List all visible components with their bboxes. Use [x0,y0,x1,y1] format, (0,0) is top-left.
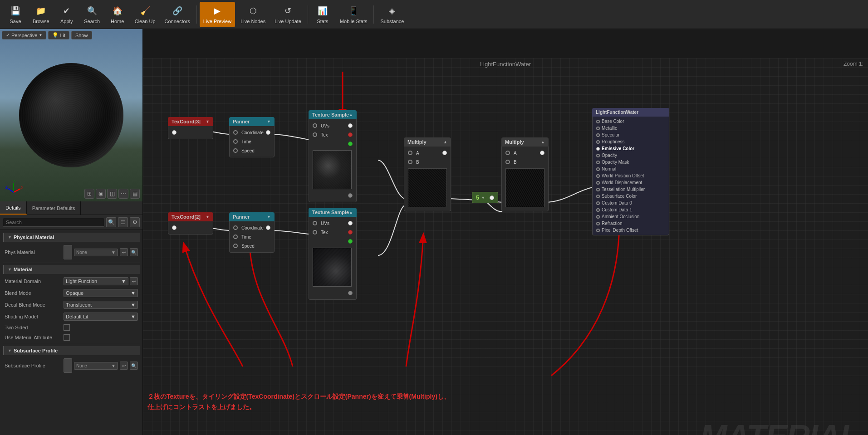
panner2-header: Panner ▼ [229,212,275,221]
subsurface-reset[interactable]: ↩ [120,362,128,370]
output-ao: Ambient Occlusion [593,213,669,220]
panner2-time-in [233,235,238,239]
texsample1-node[interactable]: Texture Sample ▲ UVs Tex [309,110,357,202]
save-button[interactable]: 💾 Save [4,2,27,27]
panner2-speed-row: Speed [230,241,274,250]
multiply2-b-label: B [514,160,544,165]
cleanup-button[interactable]: 🧹 Clean Up [131,2,159,27]
physical-material-section[interactable]: ▼ Physical Material [3,233,140,242]
pixel-depth-pin [596,229,600,232]
livenodes-icon: ⬡ [247,5,260,17]
panner2-out [266,225,270,230]
shading-model-row: Shading Model Default Lit ▼ [3,311,140,322]
texcoord3-pin-row [168,128,213,137]
shading-model-select[interactable]: Default Lit ▼ [64,313,138,321]
subsurface-select[interactable]: None ▼ [74,362,118,370]
panner1-coord-row: Coordinate [230,128,274,137]
tess-pin [596,188,600,191]
texcoord2-output-pin [172,225,177,230]
lit-icon: 💡 [52,32,59,38]
mobilestats-button[interactable]: 📱 Mobile Stats [336,2,371,27]
shading-dropdown-icon: ▼ [131,314,136,319]
texsample2-node[interactable]: Texture Sample ▲ UVs Tex [309,208,357,300]
substance-button[interactable]: ◈ Substance [377,2,407,27]
multiply1-a-in [408,151,412,155]
livepreview-icon: ▶ [211,5,224,17]
decal-blend-value: Translucent ▼ [64,301,138,309]
list-view-button[interactable]: ☰ [118,217,128,227]
output-opacity: Opacity [593,152,669,159]
output-custom0: Custom Data 0 [593,200,669,206]
multiply2-node[interactable]: Multiply ▲ A B [501,137,549,211]
home-icon: 🏠 [111,5,124,17]
ao-pin [596,215,600,219]
basecolor-pin [596,120,600,123]
vp-icon-btn-5[interactable]: ▤ [130,189,140,199]
const5-node[interactable]: 5 ▼ [472,192,498,203]
phys-material-search[interactable]: 🔍 [130,248,138,256]
texcoord3-node[interactable]: TexCoord[3] ▼ [168,117,213,139]
vp-icon-btn-2[interactable]: ◉ [96,189,106,199]
subsurface-search[interactable]: 🔍 [130,362,138,370]
show-button[interactable]: Show [71,31,92,39]
multiply1-node[interactable]: Multiply ▲ A B [404,137,451,211]
material-graph-area[interactable]: LightFunctionWater Zoom 1: [143,58,868,435]
panner1-node[interactable]: Panner ▼ Coordinate Time Speed [229,117,275,157]
livepreview-button[interactable]: ▶ Live Preview [200,2,235,27]
decal-dropdown-icon: ▼ [131,302,136,308]
vp-icon-btn-4[interactable]: ⋯ [118,189,128,199]
multiply1-b-row: B [404,157,451,166]
output-node[interactable]: LightFunctionWater Base Color Metallic S… [592,108,669,235]
phys-material-reset[interactable]: ↩ [120,248,128,256]
domain-reset-btn[interactable]: ↩ [130,277,138,285]
texsample1-r-out [348,132,353,137]
multiply1-header: Multiply ▲ [404,137,451,147]
panner1-arrow: ▼ [267,119,271,124]
search-input[interactable] [3,218,104,227]
blend-mode-select[interactable]: Opaque ▼ [64,289,138,297]
home-button[interactable]: 🏠 Home [106,2,129,27]
search-button[interactable]: 🔍 Search [80,2,104,27]
phys-material-row: Phys Material None ▼ ↩ 🔍 [3,244,140,261]
vp-icon-btn-1[interactable]: ⊞ [84,189,94,199]
liveupdate-icon: ↺ [282,5,294,17]
stats-button[interactable]: 📊 Stats [311,2,334,27]
multiply1-a-row: A [404,148,451,157]
tab-param-defaults[interactable]: Parameter Defaults [27,201,81,215]
multiply1-body: A B [404,147,451,211]
panner2-body: Coordinate Time Speed [229,221,275,253]
perspective-button[interactable]: ✓ Perspective ▼ [2,31,46,39]
svg-line-2 [8,189,14,192]
texsample1-uvs-in [313,123,317,128]
divider-2 [3,344,140,344]
vp-icon-btn-3[interactable]: ◫ [107,189,117,199]
search-magnifier-button[interactable]: 🔍 [106,217,116,227]
decal-blend-select[interactable]: Translucent ▼ [64,301,138,309]
connectors-button[interactable]: 🔗 Connectors [161,2,194,27]
browse-button[interactable]: 📁 Browse [29,2,53,27]
livenodes-button[interactable]: ⬡ Live Nodes [237,2,269,27]
texcoord2-node[interactable]: TexCoord[2] ▼ [168,212,213,235]
texcoord3-output-pin [172,130,177,135]
liveupdate-button[interactable]: ↺ Live Update [271,2,305,27]
annotation-line2: 仕上げにコントラストを上げました。 [147,402,450,412]
phys-material-select[interactable]: None ▼ [74,249,118,256]
lit-button[interactable]: 💡 Lit [48,31,69,39]
phys-material-value: None ▼ ↩ 🔍 [64,245,138,259]
subsurface-section-header[interactable]: ▼ Subsurface Profile [3,346,140,355]
texsample2-alpha-row [309,288,356,298]
toolbar-separator [196,5,197,24]
panner2-node[interactable]: Panner ▼ Coordinate Time Speed [229,212,275,253]
tab-details[interactable]: Details [0,201,27,215]
use-material-checkbox[interactable] [64,334,70,341]
apply-button[interactable]: ✔ Apply [55,2,78,27]
subsurface-swatch [64,358,72,373]
material-domain-select[interactable]: Light Function ▼ [64,277,128,285]
texsample1-green-row [309,139,356,148]
output-custom1: Custom Data 1 [593,206,669,213]
filter-button[interactable]: ⚙ [130,217,140,227]
two-sided-checkbox[interactable] [64,324,70,331]
material-section-header[interactable]: ▼ Material [3,265,140,274]
output-opacity-mask: Opacity Mask [593,159,669,166]
connectors-icon: 🔗 [171,5,184,17]
